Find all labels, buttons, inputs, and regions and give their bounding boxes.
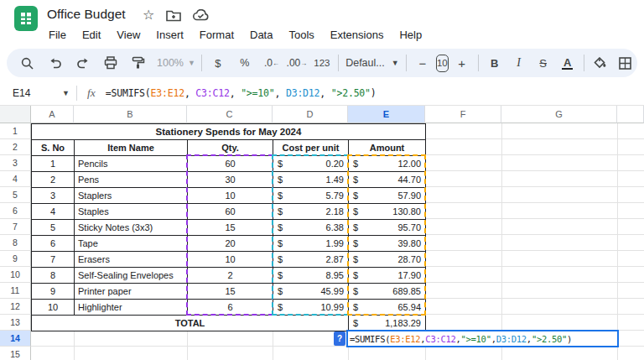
cell-amount[interactable]: $39.80 <box>348 235 426 252</box>
column-header-A[interactable]: A <box>31 106 74 123</box>
cell-qty[interactable]: 20 <box>187 235 273 252</box>
cell-item[interactable]: Staples <box>74 203 188 220</box>
column-header-G[interactable]: G <box>501 106 617 123</box>
cell-cost[interactable]: $1.99 <box>273 235 349 252</box>
row-header-2[interactable]: 2 <box>0 139 31 155</box>
format-percent-button[interactable]: % <box>235 53 255 73</box>
total-amount-cell[interactable]: $1,183.29 <box>348 315 426 331</box>
column-header-C[interactable]: C <box>187 106 273 123</box>
cell-cost[interactable]: $2.87 <box>273 251 349 268</box>
cell-editor-e14[interactable]: =SUMIFS(E3:E12, C3:C12, ">=10", D3:D12, … <box>346 330 619 347</box>
header-cell-amount[interactable]: Amount <box>348 139 426 156</box>
formula-help-badge[interactable]: ? <box>334 331 345 346</box>
cell-qty[interactable]: 2 <box>187 267 273 284</box>
cell-sno[interactable]: 5 <box>31 219 75 236</box>
row-header-5[interactable]: 5 <box>0 187 31 203</box>
cell-sno[interactable]: 9 <box>31 283 75 300</box>
search-icon[interactable] <box>17 53 37 73</box>
font-size-input[interactable]: 10 <box>436 55 449 72</box>
cell-item[interactable]: Printer paper <box>74 283 188 300</box>
row-header-14[interactable]: 14 <box>0 331 31 347</box>
cell-amount[interactable]: $44.70 <box>348 171 426 188</box>
cell-qty[interactable]: 10 <box>187 251 273 268</box>
menu-insert[interactable]: Insert <box>153 27 186 43</box>
cell-sno[interactable]: 4 <box>31 203 75 220</box>
cell-qty[interactable]: 30 <box>187 171 273 188</box>
move-to-folder-icon[interactable] <box>166 9 181 22</box>
cell-sno[interactable]: 3 <box>31 187 75 204</box>
menu-file[interactable]: File <box>46 27 69 43</box>
cell-qty[interactable]: 10 <box>187 187 273 204</box>
cell-cost[interactable]: $0.20 <box>273 155 349 172</box>
text-color-button[interactable]: A <box>558 53 578 73</box>
cell-qty[interactable]: 15 <box>187 283 273 300</box>
cell-cost[interactable]: $6.38 <box>273 219 349 236</box>
star-icon[interactable]: ☆ <box>143 8 154 22</box>
undo-icon[interactable] <box>45 53 65 73</box>
cell-qty[interactable]: 60 <box>187 155 273 172</box>
menu-tools[interactable]: Tools <box>286 27 316 43</box>
name-box[interactable]: E14▼ <box>0 87 76 99</box>
row-header-11[interactable]: 11 <box>0 283 31 299</box>
menu-format[interactable]: Format <box>197 27 236 43</box>
cell-item[interactable]: Self-Sealing Envelopes <box>74 267 188 284</box>
paint-format-icon[interactable] <box>128 53 148 73</box>
row-header-9[interactable]: 9 <box>0 251 31 267</box>
cell-cost[interactable]: $2.18 <box>273 203 349 220</box>
cell-item[interactable]: Highlighter <box>74 299 188 316</box>
grid-corner[interactable] <box>0 106 31 123</box>
cell-qty[interactable]: 60 <box>187 203 273 220</box>
cloud-saved-icon[interactable] <box>193 9 210 21</box>
column-header-B[interactable]: B <box>74 106 187 123</box>
format-currency-button[interactable]: $ <box>208 53 228 73</box>
cell-sno[interactable]: 1 <box>31 155 75 172</box>
borders-icon[interactable] <box>615 53 636 73</box>
cell-amount[interactable]: $65.94 <box>348 299 426 316</box>
cell-item[interactable]: Sticky Notes (3x3) <box>74 219 188 236</box>
header-cell-item-name[interactable]: Item Name <box>74 139 188 156</box>
row-header-3[interactable]: 3 <box>0 155 31 171</box>
menu-data[interactable]: Data <box>247 27 275 43</box>
cell-item[interactable]: Tape <box>74 235 188 252</box>
sheets-logo-icon[interactable] <box>14 6 38 31</box>
cell-amount[interactable]: $28.70 <box>348 251 426 268</box>
row-header-1[interactable]: 1 <box>0 123 31 139</box>
cell-amount[interactable]: $130.80 <box>348 203 426 220</box>
cell-cost[interactable]: $5.79 <box>273 187 349 204</box>
italic-button[interactable]: I <box>509 53 529 73</box>
cell-item[interactable]: Pencils <box>74 155 188 172</box>
cell-sno[interactable]: 2 <box>31 171 75 188</box>
sheet-cells[interactable]: Stationery Spends for May 2024S. NoItem … <box>31 123 644 360</box>
cell-cost[interactable]: $45.99 <box>273 283 349 300</box>
decrease-decimals-button[interactable]: .0← <box>262 53 282 73</box>
cell-sno[interactable]: 8 <box>31 267 75 284</box>
font-family-select[interactable]: Defaul...▼ <box>345 57 400 69</box>
cell-cost[interactable]: $1.49 <box>273 171 349 188</box>
formula-input[interactable]: =SUMIFS(E3:E12, C3:C12, ">=10", D3:D12, … <box>106 87 377 99</box>
menu-view[interactable]: View <box>114 27 143 43</box>
cell-amount[interactable]: $689.85 <box>348 283 426 300</box>
column-header-F[interactable]: F <box>425 106 501 123</box>
cell-sno[interactable]: 10 <box>31 299 75 316</box>
document-title[interactable]: Office Budget <box>47 7 126 22</box>
menu-extensions[interactable]: Extensions <box>328 27 387 43</box>
cell-amount[interactable]: $95.70 <box>348 219 426 236</box>
cell-cost[interactable]: $10.99 <box>273 299 349 316</box>
cell-sno[interactable]: 7 <box>31 251 75 268</box>
row-header-10[interactable]: 10 <box>0 267 31 283</box>
header-cell-qty-[interactable]: Qty. <box>187 139 273 156</box>
increase-font-size-button[interactable]: + <box>452 53 472 73</box>
row-header-6[interactable]: 6 <box>0 203 31 219</box>
row-header-15[interactable]: 15 <box>0 347 31 360</box>
row-header-12[interactable]: 12 <box>0 299 31 315</box>
cell-item[interactable]: Pens <box>74 171 188 188</box>
total-label-cell[interactable]: TOTAL <box>31 315 349 331</box>
column-header-D[interactable]: D <box>273 106 348 123</box>
header-cell-s-no[interactable]: S. No <box>31 139 75 156</box>
row-header-8[interactable]: 8 <box>0 235 31 251</box>
bold-button[interactable]: B <box>485 53 505 73</box>
cell-qty[interactable]: 6 <box>187 299 273 316</box>
cell-amount[interactable]: $12.00 <box>348 155 426 172</box>
merged-title-cell[interactable]: Stationery Spends for May 2024 <box>31 123 426 140</box>
cell-amount[interactable]: $17.90 <box>348 267 426 284</box>
